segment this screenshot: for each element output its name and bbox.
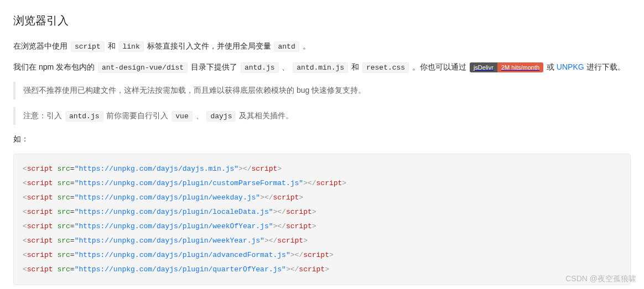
code-line: <script src="https://unpkg.com/dayjs/plu… [23, 234, 621, 248]
inline-code: antd.js [241, 62, 279, 73]
blockquote-warning: 强烈不推荐使用已构建文件，这样无法按需加载，而且难以获得底层依赖模块的 bug … [13, 82, 631, 99]
text: 、 [196, 111, 206, 120]
text: 和 [351, 62, 361, 71]
text: 标签直接引入文件，并使用全局变量 [147, 41, 273, 50]
inline-code: dayjs [206, 111, 236, 122]
text: 和 [108, 41, 118, 50]
paragraph-2: 我们在 npm 发布包内的 ant-design-vue/dist 目录下提供了… [13, 61, 631, 74]
code-line: <script src="https://unpkg.com/dayjs/plu… [23, 248, 621, 262]
text: 或 [547, 62, 557, 71]
text: 及其相关插件。 [239, 111, 293, 120]
text: 在浏览器中使用 [13, 41, 70, 50]
badge-value: 2M hits/month [497, 62, 543, 72]
code-line: <script src="https://unpkg.com/dayjs/plu… [23, 219, 621, 234]
text: 注意：引入 [23, 111, 64, 120]
inline-code: reset.css [362, 62, 409, 73]
text: 进行下载。 [586, 62, 625, 71]
text: 。 [303, 41, 310, 50]
text: 、 [282, 62, 292, 71]
code-line: <script src="https://unpkg.com/dayjs/plu… [23, 262, 621, 277]
code-block: <script src="https://unpkg.com/dayjs/day… [13, 154, 631, 285]
code-line: <script src="https://unpkg.com/dayjs/plu… [23, 176, 621, 191]
section-heading: 浏览器引入 [13, 11, 631, 30]
text: 目录下提供了 [191, 62, 240, 71]
blockquote-note: 注意：引入 antd.js 前你需要自行引入 vue 、 dayjs 及其相关插… [13, 107, 631, 125]
code-line: <script src="https://unpkg.com/dayjs/plu… [23, 191, 621, 205]
inline-code: antd.js [65, 111, 103, 122]
text: 。你也可以通过 [412, 62, 469, 71]
jsdelivr-badge[interactable]: jsDelivr2M hits/month [470, 62, 543, 72]
unpkg-link[interactable]: UNPKG [557, 62, 584, 71]
code-line: <script src="https://unpkg.com/dayjs/plu… [23, 205, 621, 219]
inline-code: antd [274, 41, 299, 52]
paragraph-1: 在浏览器中使用 script 和 link 标签直接引入文件，并使用全局变量 a… [13, 40, 631, 53]
inline-code: script [71, 41, 105, 52]
text: 我们在 npm 发布包内的 [13, 62, 97, 71]
text: 前你需要自行引入 [106, 111, 170, 120]
inline-code: link [118, 41, 143, 52]
inline-code: vue [172, 111, 192, 122]
badge-label: jsDelivr [470, 62, 497, 72]
inline-code: ant-design-vue/dist [98, 62, 188, 73]
code-line: <script src="https://unpkg.com/dayjs/day… [23, 162, 621, 176]
paragraph-3: 如： [13, 133, 631, 146]
inline-code: antd.min.js [293, 62, 348, 73]
text: 强烈不推荐使用已构建文件，这样无法按需加载，而且难以获得底层依赖模块的 bug … [23, 86, 366, 94]
